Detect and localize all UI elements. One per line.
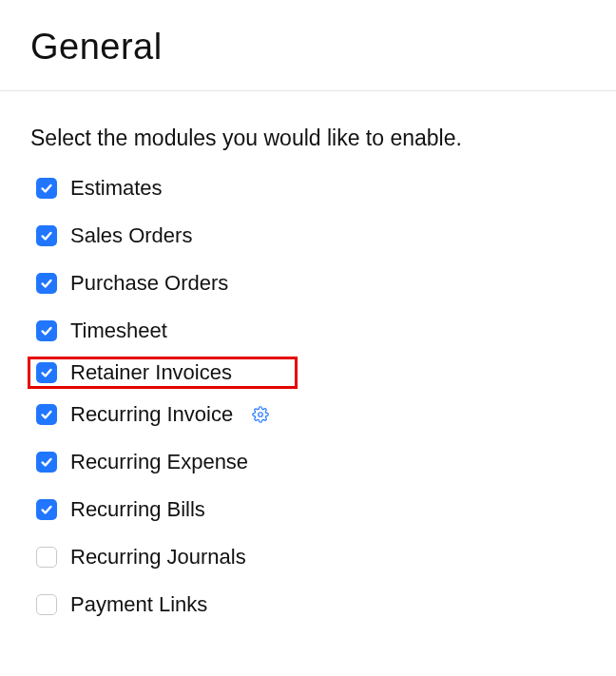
module-checkbox[interactable] (36, 499, 57, 520)
instruction-text: Select the modules you would like to ena… (30, 126, 616, 151)
module-label[interactable]: Recurring Invoice (70, 402, 233, 427)
module-row[interactable]: Recurring Bills (30, 493, 616, 526)
module-row[interactable]: Estimates (30, 172, 616, 204)
module-row[interactable]: Sales Orders (30, 220, 616, 252)
module-checkbox[interactable] (36, 225, 57, 246)
module-list: EstimatesSales OrdersPurchase OrdersTime… (30, 172, 616, 621)
module-checkbox[interactable] (36, 594, 57, 615)
module-row[interactable]: Recurring Invoice (30, 398, 616, 431)
module-checkbox[interactable] (36, 273, 57, 294)
content-area: Select the modules you would like to ena… (0, 91, 616, 621)
module-label[interactable]: Purchase Orders (70, 271, 228, 296)
module-label[interactable]: Timesheet (70, 319, 167, 343)
module-label[interactable]: Recurring Expense (70, 450, 248, 474)
module-label[interactable]: Estimates (70, 176, 163, 201)
module-checkbox[interactable] (36, 178, 57, 199)
module-checkbox[interactable] (36, 362, 57, 383)
module-row[interactable]: Payment Links (30, 589, 616, 621)
svg-point-0 (259, 413, 263, 417)
module-label[interactable]: Retainer Invoices (70, 360, 232, 385)
module-checkbox[interactable] (36, 404, 57, 425)
module-checkbox[interactable] (36, 547, 57, 568)
module-row[interactable]: Purchase Orders (30, 267, 616, 299)
module-label[interactable]: Recurring Journals (70, 545, 246, 570)
page-title: General (0, 0, 616, 90)
module-row[interactable]: Retainer Invoices (28, 357, 298, 389)
module-checkbox[interactable] (36, 452, 57, 473)
module-label[interactable]: Payment Links (70, 592, 207, 617)
module-row[interactable]: Recurring Journals (30, 541, 616, 573)
module-label[interactable]: Sales Orders (70, 223, 192, 248)
module-checkbox[interactable] (36, 320, 57, 341)
module-row[interactable]: Recurring Expense (30, 446, 616, 478)
module-row[interactable]: Timesheet (30, 315, 616, 347)
module-label[interactable]: Recurring Bills (70, 497, 205, 522)
gear-icon[interactable] (252, 406, 269, 423)
